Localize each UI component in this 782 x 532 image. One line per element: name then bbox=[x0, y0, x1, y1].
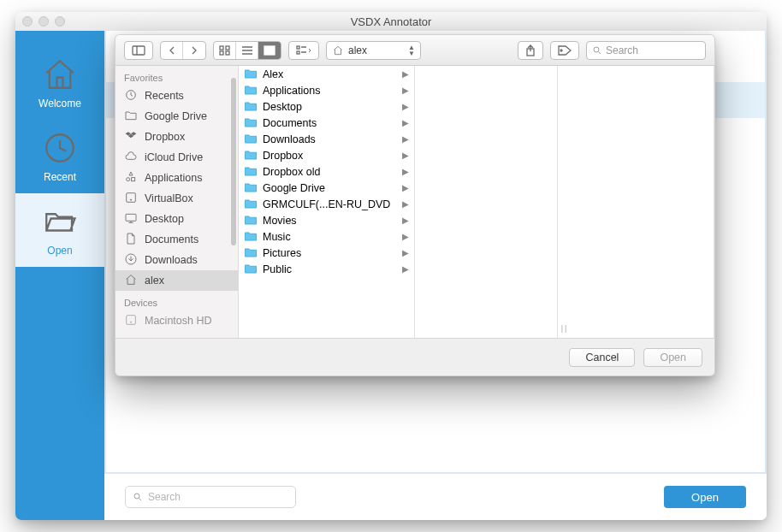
left-nav: Welcome Recent Open bbox=[15, 31, 104, 520]
file-label: Applications bbox=[263, 85, 320, 97]
sidebar-item-label: Recents bbox=[145, 90, 184, 102]
sidebar-item-applications[interactable]: Applications bbox=[116, 168, 238, 188]
file-row[interactable]: Documents▶ bbox=[239, 115, 414, 131]
nav-welcome[interactable]: Welcome bbox=[15, 46, 104, 120]
chevron-right-icon: ▶ bbox=[402, 248, 409, 257]
file-row[interactable]: Public▶ bbox=[239, 261, 414, 277]
file-row[interactable]: Downloads▶ bbox=[239, 131, 414, 147]
chevron-right-icon: ▶ bbox=[402, 86, 409, 95]
folder-open-icon bbox=[42, 204, 78, 239]
folder-icon bbox=[244, 117, 258, 128]
path-label: alex bbox=[348, 44, 367, 56]
dialog-footer: Cancel Open bbox=[116, 338, 714, 375]
chevron-right-icon bbox=[190, 46, 198, 55]
home-icon bbox=[332, 44, 344, 56]
sidebar-item-recents[interactable]: Recents bbox=[116, 86, 238, 106]
sidebar-item-alex[interactable]: alex bbox=[116, 270, 238, 291]
nav-label: Open bbox=[47, 245, 72, 257]
nav-open[interactable]: Open bbox=[15, 193, 104, 267]
devices-header: Devices bbox=[116, 291, 238, 310]
apps-icon bbox=[124, 170, 138, 186]
file-row[interactable]: Music▶ bbox=[239, 228, 414, 245]
chevron-right-icon: ▶ bbox=[402, 232, 409, 241]
view-list-button[interactable] bbox=[236, 42, 258, 59]
search-icon bbox=[133, 492, 143, 502]
file-row[interactable]: Pictures▶ bbox=[239, 245, 414, 261]
svg-point-22 bbox=[127, 177, 130, 180]
svg-rect-11 bbox=[264, 46, 275, 55]
folder-icon bbox=[244, 182, 258, 193]
file-row[interactable]: Dropbox old▶ bbox=[239, 163, 414, 180]
search-placeholder: Search bbox=[606, 44, 638, 56]
file-row[interactable]: GRMCULF(...EN-RU_DVD▶ bbox=[239, 196, 414, 212]
clock-icon bbox=[124, 88, 138, 104]
file-row[interactable]: Movies▶ bbox=[239, 212, 414, 228]
main-search-input[interactable]: Search bbox=[125, 486, 296, 508]
sidebar-item-google-drive[interactable]: Google Drive bbox=[116, 106, 238, 127]
file-row[interactable]: Dropbox▶ bbox=[239, 147, 414, 163]
file-label: Movies bbox=[263, 215, 297, 227]
sidebar-item-label: Google Drive bbox=[145, 110, 207, 122]
window-title: VSDX Annotator bbox=[15, 15, 767, 28]
nav-recent[interactable]: Recent bbox=[15, 120, 104, 193]
file-label: Public bbox=[263, 263, 292, 275]
share-button[interactable] bbox=[518, 41, 543, 60]
forward-button[interactable] bbox=[183, 42, 205, 59]
chevron-right-icon: ▶ bbox=[402, 264, 409, 274]
view-mode bbox=[213, 41, 281, 60]
folder-icon bbox=[244, 247, 258, 258]
sidebar-item-documents[interactable]: Documents bbox=[116, 229, 238, 250]
back-button[interactable] bbox=[161, 42, 183, 59]
tags-button[interactable] bbox=[550, 41, 579, 60]
svg-rect-6 bbox=[220, 51, 223, 55]
file-row[interactable]: Google Drive▶ bbox=[239, 180, 414, 196]
file-label: GRMCULF(...EN-RU_DVD bbox=[263, 198, 390, 210]
file-row[interactable]: Applications▶ bbox=[239, 82, 414, 98]
open-button[interactable]: Open bbox=[643, 348, 702, 367]
toggle-sidebar-button[interactable] bbox=[124, 41, 153, 60]
column-1: Alex▶Applications▶Desktop▶Documents▶Down… bbox=[239, 66, 415, 338]
sidebar-item-macintosh-hd[interactable]: Macintosh HD bbox=[116, 310, 238, 331]
tag-icon bbox=[558, 45, 572, 56]
folder-icon bbox=[244, 101, 258, 112]
file-label: Documents bbox=[263, 117, 317, 129]
path-popup[interactable]: alex ▲▼ bbox=[326, 41, 421, 60]
folder-icon bbox=[244, 150, 258, 161]
sidebar-item-virtualbox[interactable]: VirtualBox bbox=[116, 188, 238, 209]
view-icon-button[interactable] bbox=[214, 42, 236, 59]
dialog-sidebar: Favorites RecentsGoogle DriveDropboxiClo… bbox=[116, 66, 239, 338]
sidebar-item-dropbox[interactable]: Dropbox bbox=[116, 127, 238, 147]
icon-view-icon bbox=[219, 45, 231, 56]
svg-point-20 bbox=[594, 47, 599, 52]
column-resize-handle[interactable]: || bbox=[558, 66, 572, 338]
chevron-right-icon: ▶ bbox=[402, 102, 409, 111]
sidebar-item-label: Macintosh HD bbox=[145, 315, 212, 327]
sidebar-item-label: alex bbox=[145, 275, 164, 287]
share-icon bbox=[525, 44, 536, 56]
dialog-toolbar: alex ▲▼ Search bbox=[116, 35, 714, 66]
dialog-body: Favorites RecentsGoogle DriveDropboxiClo… bbox=[116, 66, 714, 338]
file-row[interactable]: Alex▶ bbox=[239, 66, 414, 82]
sidebar-item-downloads[interactable]: Downloads bbox=[116, 250, 238, 270]
view-column-button[interactable] bbox=[258, 42, 281, 59]
file-label: Desktop bbox=[263, 101, 302, 113]
home-icon bbox=[124, 273, 138, 289]
folder-icon bbox=[244, 231, 258, 242]
group-button[interactable] bbox=[288, 41, 319, 60]
file-row[interactable]: Desktop▶ bbox=[239, 98, 414, 115]
file-label: Downloads bbox=[263, 133, 316, 145]
nav-buttons bbox=[160, 41, 206, 60]
dialog-search-input[interactable]: Search bbox=[586, 41, 706, 60]
bottom-bar: Search Open bbox=[104, 474, 767, 520]
cancel-button[interactable]: Cancel bbox=[569, 348, 635, 367]
main-open-button[interactable]: Open bbox=[664, 486, 746, 508]
chevron-right-icon: ▶ bbox=[402, 151, 409, 160]
sidebar-item-icloud-drive[interactable]: iCloud Drive bbox=[116, 147, 238, 168]
file-label: Dropbox old bbox=[263, 166, 320, 178]
sidebar-item-desktop[interactable]: Desktop bbox=[116, 209, 238, 229]
updown-icon: ▲▼ bbox=[408, 44, 415, 56]
svg-rect-15 bbox=[297, 51, 299, 54]
sidebar-scrollbar[interactable] bbox=[231, 78, 236, 245]
folder-icon bbox=[244, 198, 258, 210]
favorites-header: Favorites bbox=[116, 66, 238, 86]
